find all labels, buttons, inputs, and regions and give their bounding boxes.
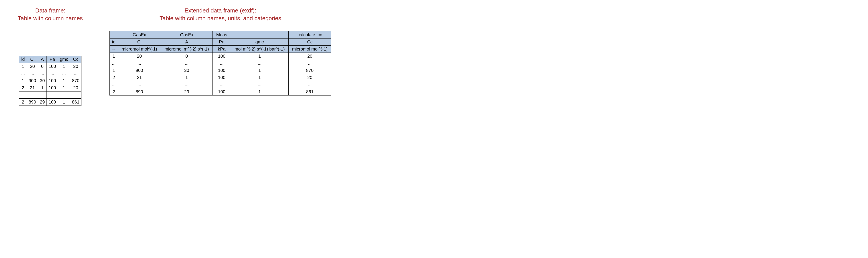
- cell: 900: [118, 67, 161, 74]
- table-row: 2 21 1 100 1 20: [110, 74, 331, 81]
- exdf-unit: micromol m^(-2) s^(-1): [161, 46, 213, 53]
- cell: ...: [70, 70, 81, 77]
- exdf-category: --: [110, 31, 118, 38]
- cell: 29: [38, 98, 47, 106]
- cell: 890: [118, 88, 161, 95]
- table-row: ... ... ... ... ... ...: [19, 91, 82, 98]
- cell: 100: [47, 77, 58, 84]
- cell: 1: [110, 67, 118, 74]
- cell: ...: [19, 70, 27, 77]
- exdf-unit: kPa: [213, 46, 231, 53]
- cell: 1: [58, 98, 70, 106]
- cell: 21: [27, 84, 38, 91]
- cell: 100: [47, 63, 58, 70]
- cell: 20: [70, 63, 81, 70]
- cell: 861: [70, 98, 81, 106]
- cell: 100: [47, 98, 58, 106]
- cell: 1: [231, 53, 288, 60]
- cell: ...: [27, 91, 38, 98]
- df-header: id: [19, 56, 27, 63]
- cell: ...: [110, 81, 118, 88]
- cell: 2: [110, 74, 118, 81]
- cell: 1: [231, 74, 288, 81]
- cell: ...: [58, 91, 70, 98]
- cell: 2: [19, 84, 27, 91]
- table-row: 1 20 0 100 1 20: [110, 53, 331, 60]
- cell: ...: [47, 91, 58, 98]
- cell: ...: [19, 91, 27, 98]
- table-row: 1 20 0 100 1 20: [19, 63, 82, 70]
- table-row: ... ... ... ... ... ...: [19, 70, 82, 77]
- exdf-name: gmc: [231, 38, 288, 46]
- df-header: A: [38, 56, 47, 63]
- exdf-name: Cc: [288, 38, 331, 46]
- exdf-category-row: -- GasEx GasEx Meas -- calculate_cc: [110, 31, 331, 38]
- cell: 1: [231, 88, 288, 95]
- cell: ...: [110, 60, 118, 67]
- exdf-unit: micromol mol^(-1): [118, 46, 161, 53]
- table-row: 1 900 30 100 1 870: [19, 77, 82, 84]
- cell: ...: [58, 70, 70, 77]
- cell: ...: [213, 60, 231, 67]
- cell: 861: [288, 88, 331, 95]
- exdf-unit-row: -- micromol mol^(-1) micromol m^(-2) s^(…: [110, 46, 331, 53]
- df-header: Ci: [27, 56, 38, 63]
- cell: 870: [288, 67, 331, 74]
- cell: 20: [70, 84, 81, 91]
- cell: 0: [38, 63, 47, 70]
- exdf-unit: --: [110, 46, 118, 53]
- cell: 1: [231, 67, 288, 74]
- cell: ...: [118, 81, 161, 88]
- cell: ...: [288, 81, 331, 88]
- cell: 890: [27, 98, 38, 106]
- exdf-name: id: [110, 38, 118, 46]
- df-header: Cc: [70, 56, 81, 63]
- cell: ...: [213, 81, 231, 88]
- cell: 900: [27, 77, 38, 84]
- cell: 100: [213, 74, 231, 81]
- table-row: ... ... ... ... ... ...: [110, 81, 331, 88]
- cell: ...: [161, 81, 213, 88]
- cell: 100: [47, 84, 58, 91]
- cell: ...: [288, 60, 331, 67]
- cell: 1: [58, 84, 70, 91]
- cell: ...: [161, 60, 213, 67]
- cell: 20: [288, 53, 331, 60]
- table-row: ... ... ... ... ... ...: [110, 60, 331, 67]
- table-row: 2 21 1 100 1 20: [19, 84, 82, 91]
- table-row: 2 890 29 100 1 861: [19, 98, 82, 106]
- exdf-name: A: [161, 38, 213, 46]
- df-header: Pa: [47, 56, 58, 63]
- exdf-category: GasEx: [118, 31, 161, 38]
- cell: ...: [38, 91, 47, 98]
- exdf-name: Ci: [118, 38, 161, 46]
- cell: 1: [19, 63, 27, 70]
- cell: ...: [118, 60, 161, 67]
- cell: ...: [231, 81, 288, 88]
- exdf-name-row: id Ci A Pa gmc Cc: [110, 38, 331, 46]
- cell: 1: [58, 63, 70, 70]
- exdf-unit: micromol mol^(-1): [288, 46, 331, 53]
- cell: 1: [19, 77, 27, 84]
- cell: ...: [27, 70, 38, 77]
- cell: 20: [288, 74, 331, 81]
- exdf-category: Meas: [213, 31, 231, 38]
- cell: ...: [38, 70, 47, 77]
- exdf-table: -- GasEx GasEx Meas -- calculate_cc id C…: [110, 31, 331, 95]
- right-title: Extended data frame (exdf): Table with c…: [159, 7, 281, 22]
- cell: 0: [161, 53, 213, 60]
- cell: 2: [110, 88, 118, 95]
- cell: 100: [213, 88, 231, 95]
- exdf-name: Pa: [213, 38, 231, 46]
- cell: ...: [70, 91, 81, 98]
- cell: 29: [161, 88, 213, 95]
- cell: 20: [27, 63, 38, 70]
- exdf-category: GasEx: [161, 31, 213, 38]
- table-row: 2 890 29 100 1 861: [110, 88, 331, 95]
- df-header: gmc: [58, 56, 70, 63]
- cell: ...: [231, 60, 288, 67]
- cell: ...: [47, 70, 58, 77]
- cell: 1: [110, 53, 118, 60]
- cell: 21: [118, 74, 161, 81]
- left-panel: Data frame: Table with column names id C…: [18, 7, 83, 106]
